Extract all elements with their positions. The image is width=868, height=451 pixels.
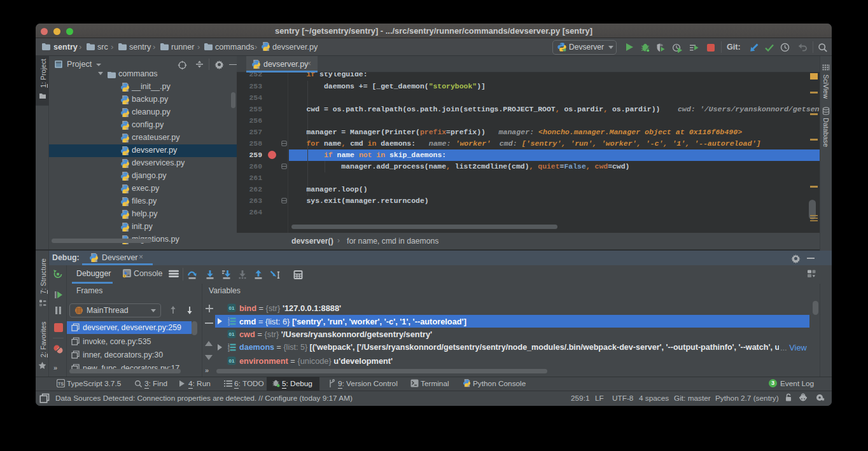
svg-text:3: 3 bbox=[228, 323, 230, 325]
svg-text:01: 01 bbox=[229, 358, 235, 364]
svg-text:TS: TS bbox=[58, 381, 64, 387]
svg-text:3: 3 bbox=[228, 349, 230, 352]
svg-text:01: 01 bbox=[229, 305, 235, 311]
svg-text:01: 01 bbox=[229, 331, 235, 337]
